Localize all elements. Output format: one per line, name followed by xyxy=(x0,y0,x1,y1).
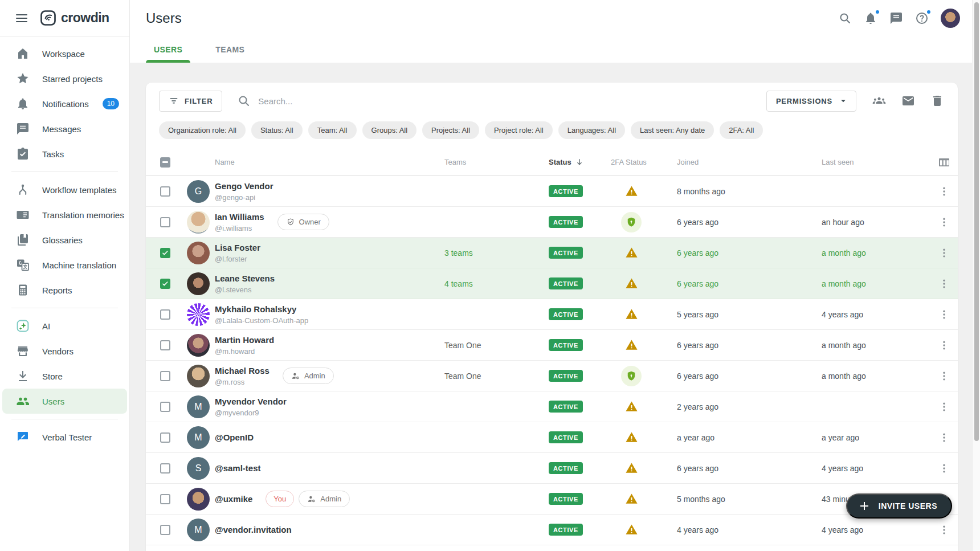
sidebar-item-workflow-templates[interactable]: Workflow templates xyxy=(2,177,127,202)
kebab-icon[interactable] xyxy=(938,277,950,290)
row-checkbox[interactable] xyxy=(160,309,170,320)
row-checkbox[interactable] xyxy=(160,340,170,350)
filter-chip[interactable]: Groups: All xyxy=(362,121,417,139)
invite-users-button[interactable]: INVITE USERS xyxy=(846,493,952,519)
user-display-name[interactable]: Gengo Vendor xyxy=(215,181,273,191)
mail-button[interactable] xyxy=(901,94,915,108)
sidebar-item-machine-translation[interactable]: Machine translation xyxy=(2,252,127,277)
sidebar-item-ai[interactable]: AI xyxy=(2,313,127,338)
user-username[interactable]: @vendor.invitation xyxy=(215,525,292,535)
table-row[interactable]: M@OpenIDACTIVEa year agoa year ago xyxy=(146,422,958,453)
search-input[interactable] xyxy=(258,96,497,106)
row-checkbox[interactable] xyxy=(160,402,170,412)
sidebar-item-tasks[interactable]: Tasks xyxy=(2,141,127,166)
user-username[interactable]: @saml-test xyxy=(215,463,261,474)
column-header-status[interactable]: Status xyxy=(547,157,611,168)
search-button[interactable] xyxy=(838,11,852,25)
user-username[interactable]: @uxmike xyxy=(215,494,252,504)
group-add-button[interactable] xyxy=(872,94,886,108)
table-row[interactable]: S@saml-testACTIVE6 years ago4 years ago xyxy=(146,453,958,484)
table-row[interactable]: Martin Howard@m.howardTeam OneACTIVE6 ye… xyxy=(146,330,958,361)
user-display-name[interactable]: Michael Ross xyxy=(215,366,270,376)
crowdin-logo[interactable]: crowdin xyxy=(40,10,109,26)
sidebar-item-glossaries[interactable]: Glossaries xyxy=(2,227,127,252)
messages-button[interactable] xyxy=(889,11,903,25)
row-checkbox[interactable] xyxy=(160,217,170,227)
row-checkbox[interactable] xyxy=(160,186,170,197)
kebab-icon[interactable] xyxy=(938,401,950,413)
tab-teams[interactable]: TEAMS xyxy=(215,36,244,63)
row-checkbox[interactable] xyxy=(160,248,170,258)
filter-chip[interactable]: Project role: All xyxy=(485,121,553,139)
filter-chip[interactable]: Status: All xyxy=(251,121,303,139)
help-button[interactable] xyxy=(915,11,929,25)
menu-icon[interactable] xyxy=(15,11,28,25)
sidebar-item-store[interactable]: Store xyxy=(2,364,127,389)
row-checkbox[interactable] xyxy=(160,432,170,443)
table-row[interactable]: GGengo Vendor@gengo-apiACTIVE8 months ag… xyxy=(146,176,958,207)
kebab-icon[interactable] xyxy=(938,370,950,382)
sidebar-item-vendors[interactable]: Vendors xyxy=(2,338,127,364)
teams-cell[interactable]: 4 teams xyxy=(444,279,547,288)
kebab-icon[interactable] xyxy=(938,308,950,321)
sidebar-item-reports[interactable]: Reports xyxy=(2,277,127,303)
table-row[interactable]: Leane Stevens@l.stevens4 teamsACTIVE6 ye… xyxy=(146,268,958,299)
column-header-teams[interactable]: Teams xyxy=(444,158,547,166)
table-row[interactable]: Lisa Foster@l.forster3 teamsACTIVE6 year… xyxy=(146,238,958,268)
sidebar-item-users[interactable]: Users xyxy=(2,389,127,414)
row-checkbox[interactable] xyxy=(160,494,170,504)
kebab-icon[interactable] xyxy=(938,462,950,475)
filter-chip[interactable]: 2FA: All xyxy=(720,121,763,139)
sidebar-item-verbal-tester[interactable]: Verbal Tester xyxy=(2,425,127,450)
column-header-joined[interactable]: Joined xyxy=(652,158,818,166)
sidebar-item-translation-memories[interactable]: Translation memories xyxy=(2,202,127,227)
kebab-icon[interactable] xyxy=(938,431,950,444)
delete-button[interactable] xyxy=(930,94,944,108)
sidebar-item-workspace[interactable]: Workspace xyxy=(2,41,127,66)
permissions-button[interactable]: PERMISSIONS xyxy=(766,91,856,112)
filter-chip[interactable]: Languages: All xyxy=(558,121,625,139)
tab-users[interactable]: USERS xyxy=(154,36,182,63)
kebab-icon[interactable] xyxy=(938,339,950,352)
avatar: M xyxy=(187,519,210,541)
filter-chip[interactable]: Team: All xyxy=(308,121,357,139)
select-all-checkbox[interactable] xyxy=(160,157,170,168)
table-row[interactable]: @uxmikeYouAdminACTIVE5 months ago43 minu… xyxy=(146,484,958,515)
teams-cell[interactable]: 3 teams xyxy=(444,248,547,258)
user-display-name[interactable]: Mykhailo Rohalskyy xyxy=(215,304,308,315)
user-display-name[interactable]: Lisa Foster xyxy=(215,243,260,253)
user-display-name[interactable]: Martin Howard xyxy=(215,335,274,345)
user-username[interactable]: @OpenID xyxy=(215,432,254,443)
sidebar-item-messages[interactable]: Messages xyxy=(2,116,127,141)
user-display-name[interactable]: Leane Stevens xyxy=(215,274,275,284)
row-checkbox-cell xyxy=(146,217,178,227)
row-checkbox[interactable] xyxy=(160,371,170,381)
column-header-last-seen[interactable]: Last seen xyxy=(818,158,930,166)
filter-button[interactable]: FILTER xyxy=(159,91,222,112)
kebab-icon[interactable] xyxy=(938,185,950,198)
row-checkbox[interactable] xyxy=(160,463,170,474)
notifications-button[interactable] xyxy=(864,11,877,25)
kebab-icon[interactable] xyxy=(938,216,950,228)
filter-chip[interactable]: Organization role: All xyxy=(159,121,246,139)
columns-icon[interactable] xyxy=(937,156,951,169)
filter-chip[interactable]: Projects: All xyxy=(422,121,479,139)
sidebar-item-starred-projects[interactable]: Starred projects xyxy=(2,66,127,91)
user-display-name[interactable]: Ian Williams xyxy=(215,212,264,222)
user-avatar[interactable] xyxy=(941,9,960,28)
row-checkbox[interactable] xyxy=(160,525,170,535)
sidebar-item-notifications[interactable]: Notifications10 xyxy=(2,91,127,116)
table-row[interactable]: MMyvendor Vendor@myvendor9ACTIVE2 years … xyxy=(146,391,958,422)
user-display-name[interactable]: Myvendor Vendor xyxy=(215,397,287,407)
filter-chip[interactable]: Last seen: Any date xyxy=(631,121,714,139)
column-header-name[interactable]: Name xyxy=(178,158,444,166)
row-checkbox[interactable] xyxy=(160,279,170,289)
scrollbar-thumb[interactable] xyxy=(974,2,979,441)
table-row[interactable]: Mykhailo Rohalskyy@Lalala-Custom-OAuth-a… xyxy=(146,299,958,330)
table-row[interactable]: Michael Ross@m.rossAdminTeam OneACTIVE6 … xyxy=(146,361,958,391)
kebab-icon[interactable] xyxy=(938,247,950,259)
table-row[interactable]: Ian Williams@i.williamsOwnerACTIVE6 year… xyxy=(146,207,958,238)
kebab-icon[interactable] xyxy=(938,524,950,536)
column-header-2fa[interactable]: 2FA Status xyxy=(611,158,652,166)
table-row[interactable]: M@vendor.invitationACTIVE4 years ago4 ye… xyxy=(146,515,958,545)
